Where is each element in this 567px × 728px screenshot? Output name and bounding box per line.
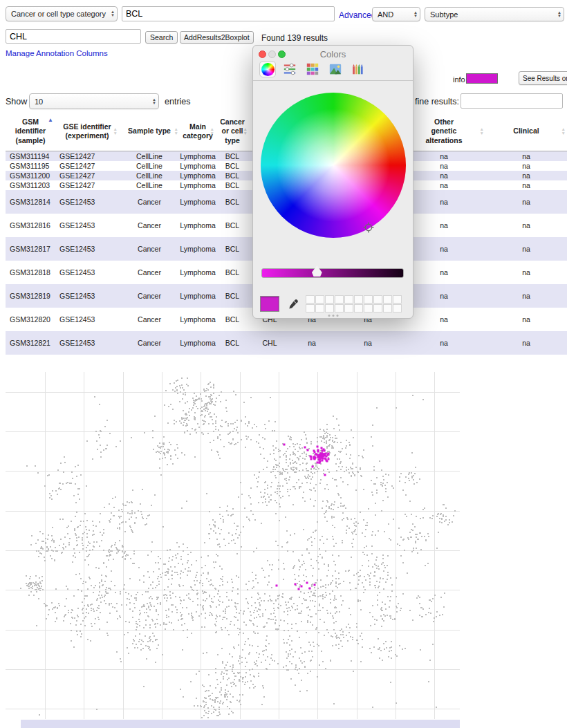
image-palettes-tab[interactable] xyxy=(327,61,344,77)
table-cell: Lymphoma xyxy=(180,261,216,284)
swatch-cell[interactable] xyxy=(315,295,324,304)
table-cell: Cancer xyxy=(119,308,180,331)
swatch-cell[interactable] xyxy=(325,295,334,304)
table-cell: GSE12427 xyxy=(55,161,119,171)
table-cell: CellLine xyxy=(119,151,180,161)
column-header-label: Other genetic alterations xyxy=(424,118,464,144)
table-cell: na xyxy=(402,331,485,355)
color-wheel-tab[interactable] xyxy=(259,61,276,77)
table-cell: BCL xyxy=(216,331,249,355)
sort-icons: ▲▼ xyxy=(480,127,484,136)
tsne-map[interactable] xyxy=(6,372,460,719)
column-header[interactable]: Clinical▲▼ xyxy=(485,112,567,151)
color-picker-crosshair[interactable] xyxy=(363,222,374,233)
table-row[interactable]: GSM312821GSE12453CancerLymphomaBCLCHLnan… xyxy=(6,331,567,355)
image-palettes-icon xyxy=(328,62,342,76)
table-cell: CellLine xyxy=(119,161,180,171)
table-cell: GSE12453 xyxy=(55,214,119,237)
stepper-icon: ▲▼ xyxy=(410,11,418,18)
table-cell: na xyxy=(402,180,485,190)
filter-input[interactable] xyxy=(6,29,141,44)
color-sliders-tab[interactable] xyxy=(281,61,298,77)
pencils-tab[interactable] xyxy=(349,61,366,77)
swatch-cell[interactable] xyxy=(354,304,363,312)
column-header-label: Cancer or cell type xyxy=(220,118,245,144)
swatch-cell[interactable] xyxy=(373,304,382,312)
boolean-select[interactable]: AND ▲▼ xyxy=(372,7,420,21)
color-wheel[interactable] xyxy=(261,93,406,238)
advanced-link[interactable]: Advanced xyxy=(339,10,375,20)
table-cell: GSE12453 xyxy=(55,284,119,308)
table-cell: BCL xyxy=(216,237,249,261)
table-cell: Cancer xyxy=(119,237,180,261)
table-cell: na xyxy=(333,331,402,355)
color-sliders-icon xyxy=(283,62,297,76)
table-cell: GSE12427 xyxy=(55,180,119,190)
colors-toolbar xyxy=(253,59,413,80)
query-input[interactable] xyxy=(122,6,335,21)
color-palettes-tab[interactable] xyxy=(304,61,321,77)
table-cell: na xyxy=(485,237,567,261)
slider-knob[interactable] xyxy=(311,265,322,277)
swatch-cell[interactable] xyxy=(383,295,392,304)
sort-icons: ▲▼ xyxy=(243,127,248,136)
table-cell: na xyxy=(402,261,485,284)
table-cell: CellLine xyxy=(119,171,180,180)
swatch-cell[interactable] xyxy=(335,295,344,304)
category-select[interactable]: Cancer or cell type category ▲▼ xyxy=(6,6,118,21)
column-header[interactable]: GSE identifier (experiment)▲▼ xyxy=(55,112,119,151)
table-cell: GSM311203 xyxy=(6,180,55,190)
swatch-cell[interactable] xyxy=(364,295,373,304)
brightness-slider[interactable] xyxy=(261,268,404,278)
column-header-label: GSE identifier (experiment) xyxy=(62,122,113,140)
column-header[interactable]: Other genetic alterations▲▼ xyxy=(402,112,485,151)
table-cell: BCL xyxy=(216,161,249,171)
eyedropper-button[interactable] xyxy=(286,296,301,312)
table-cell: GSE12427 xyxy=(55,151,119,161)
sort-icons: ▲▼ xyxy=(210,127,214,136)
results-count: Found 139 results xyxy=(261,33,328,43)
swatch-cell[interactable] xyxy=(344,295,353,304)
table-cell: na xyxy=(485,284,567,308)
swatch-cell[interactable] xyxy=(373,295,382,304)
swatch-cell[interactable] xyxy=(306,304,315,312)
swatch-cell[interactable] xyxy=(306,295,315,304)
swatch-cell[interactable] xyxy=(354,295,363,304)
table-cell: na xyxy=(402,214,485,237)
entries-select[interactable]: 10 ▲▼ xyxy=(29,93,159,109)
table-cell: Cancer xyxy=(119,261,180,284)
sort-icons: ▲▼ xyxy=(174,127,178,136)
table-cell: GSE12453 xyxy=(55,237,119,261)
table-cell: BCL xyxy=(216,190,249,214)
swatch-cell[interactable] xyxy=(315,304,324,312)
refine-results-input[interactable] xyxy=(461,93,563,109)
subtype-select-value: Subtype xyxy=(430,10,554,19)
search-button[interactable]: Search xyxy=(145,31,178,44)
see-results-on-map-button[interactable]: See Results on Map xyxy=(519,71,567,85)
swatch-cell[interactable] xyxy=(325,304,334,312)
table-cell: CHL xyxy=(249,331,290,355)
table-cell: GSE12453 xyxy=(55,331,119,355)
tsne-canvas[interactable] xyxy=(6,372,460,719)
manage-annotation-columns-link[interactable]: Manage Annotation Columns xyxy=(6,49,108,57)
current-color-well[interactable] xyxy=(260,296,279,312)
resize-handle[interactable] xyxy=(328,315,338,317)
swatch-cell[interactable] xyxy=(344,304,353,312)
swatch-cell[interactable] xyxy=(383,304,392,312)
column-header[interactable]: GSM identifier (sample)▲ xyxy=(6,112,55,151)
column-header[interactable]: Cancer or cell type▲▼ xyxy=(216,112,249,151)
table-cell: Lymphoma xyxy=(180,161,216,171)
column-header[interactable]: Sample type▲▼ xyxy=(119,112,180,151)
column-header[interactable]: Main category▲▼ xyxy=(180,112,216,151)
swatch-cell[interactable] xyxy=(364,304,373,312)
table-cell: na xyxy=(485,331,567,355)
add-results-to-boxplot-button[interactable]: AddResults2Boxplot xyxy=(180,31,254,44)
swatch-cell[interactable] xyxy=(393,304,402,312)
selected-color-swatch[interactable] xyxy=(466,73,498,84)
table-cell: na xyxy=(485,190,567,214)
swatch-cell[interactable] xyxy=(393,295,402,304)
subtype-select[interactable]: Subtype ▲▼ xyxy=(425,7,564,21)
table-cell: na xyxy=(402,308,485,331)
swatch-cell[interactable] xyxy=(335,304,344,312)
column-header-label: Clinical xyxy=(513,127,539,136)
